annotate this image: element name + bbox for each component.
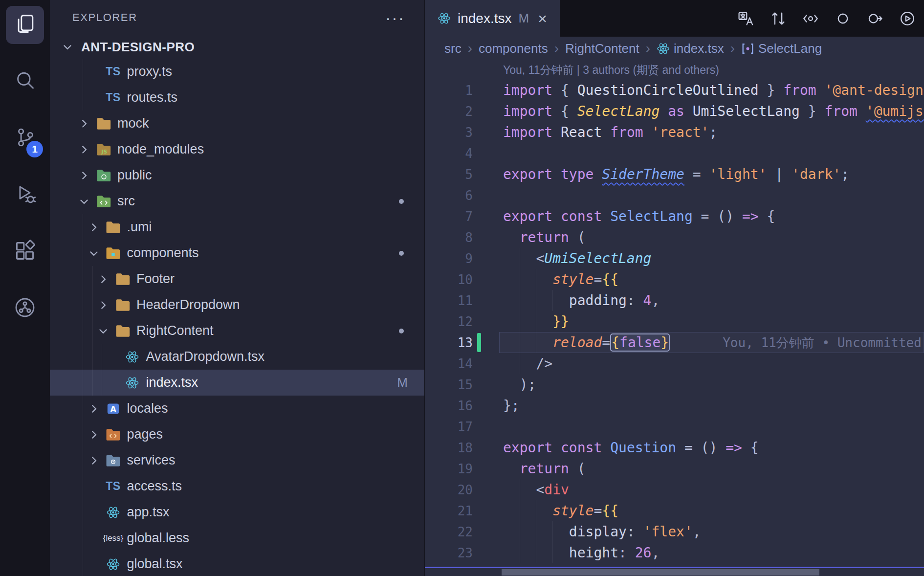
project-root-item[interactable]: ANT-DESIGN-PRO [50,35,424,59]
tree-item[interactable]: TSaccess.ts [50,473,424,499]
code-line[interactable]: 9 <UmiSelectLang [425,248,924,269]
tree-item[interactable]: .umi [50,214,424,240]
chevron-spacer [83,505,105,520]
chevron-spacer [102,350,124,364]
blame-codelens[interactable]: You, 11分钟前 | 3 authors (期贤 and others) [425,60,924,80]
code-line[interactable]: 8 return ( [425,227,924,248]
breadcrumb-separator: › [468,41,472,56]
code-line[interactable]: 16}; [425,395,924,416]
tree-item[interactable]: components [50,240,424,266]
run-debug-view-button[interactable] [6,176,44,214]
code-line[interactable]: 13 reload={false}You, 11分钟前 • Uncommitte… [425,332,924,353]
indent-guide [83,447,83,473]
chevron-down-icon[interactable] [92,324,114,338]
tree-item[interactable]: global.tsx [50,551,424,576]
line-number: 12 [425,311,503,332]
chevron-down-icon[interactable] [73,194,95,209]
compare-changes-icon[interactable] [770,10,787,27]
explorer-view-button[interactable] [6,6,44,44]
inline-blame: You, 11分钟前 • Uncommitted changes [723,335,924,350]
tree-item[interactable]: mock [50,111,424,136]
chevron-right-icon[interactable] [83,401,105,416]
horizontal-scrollbar[interactable] [502,569,819,576]
code-line[interactable]: 21 style={{ [425,500,924,521]
code-line[interactable]: 20 <div [425,479,924,500]
breadcrumb-item[interactable]: SelectLang [741,41,822,56]
code-line[interactable]: 2import { SelectLang as UmiSelectLang } … [425,101,924,122]
close-icon[interactable]: × [538,11,547,26]
circle-outline-icon[interactable] [834,10,852,27]
code-line[interactable]: 11 padding: 4, [425,290,924,311]
tree-item[interactable]: app.tsx [50,499,424,525]
indent-guide [520,500,520,521]
chevron-right-icon[interactable] [83,220,105,235]
folder-icon [114,323,132,339]
chevron-right-icon[interactable] [73,116,95,131]
code-line[interactable]: 14 /> [425,353,924,374]
chevron-right-icon[interactable] [92,272,114,287]
translate-icon[interactable] [737,10,755,27]
code-line[interactable]: 4 [425,143,924,164]
indent-guide [552,521,553,542]
line-number: 19 [425,459,503,480]
tree-item[interactable]: services [50,447,424,473]
circle-arrow-icon[interactable] [866,10,884,27]
extensions-view-button[interactable] [6,233,44,271]
modified-dot [399,199,404,204]
open-changes-icon[interactable] [802,10,819,27]
tree-item[interactable]: HeaderDropdown [50,292,424,318]
code-line[interactable]: 23 height: 26, [425,542,924,563]
code-line[interactable]: 18export const Question = () => { [425,437,924,458]
code-line[interactable]: 5export type SiderTheme = 'light' | 'dar… [425,164,924,185]
chevron-right-icon[interactable] [83,453,105,468]
tree-item[interactable]: index.tsxM [50,370,424,396]
breadcrumb-item[interactable]: src [444,41,462,56]
search-view-button[interactable] [6,63,44,101]
tree-item-label: src [117,194,135,209]
tab-index-tsx[interactable]: index.tsx M × [425,0,560,37]
tree-item[interactable]: pages [50,421,424,447]
folder-icon [95,167,112,184]
code-line[interactable]: 3import React from 'react'; [425,122,924,143]
tree-item[interactable]: TSproxy.ts [50,59,424,85]
more-actions-icon[interactable]: ··· [385,13,405,22]
tree-item[interactable]: {less}global.less [50,525,424,551]
breadcrumb-item[interactable]: components [479,41,548,56]
code-text: /> [503,355,552,372]
code-line[interactable]: 12 }} [425,311,924,332]
code-line[interactable]: 1import { QuestionCircleOutlined } from … [425,80,924,101]
tree-item[interactable]: Footer [50,266,424,292]
code-line[interactable]: 17 [425,416,924,437]
tree-item[interactable]: TSroutes.ts [50,85,424,111]
tree-item[interactable]: AvatarDropdown.tsx [50,344,424,370]
breadcrumb-item[interactable]: index.tsx [657,41,724,56]
line-number: 22 [425,522,503,543]
code-editor[interactable]: You, 11分钟前 | 3 authors (期贤 and others) 1… [425,60,924,576]
code-line[interactable]: 7export const SelectLang = () => { [425,206,924,227]
remote-explorer-view-button[interactable] [6,289,44,328]
chevron-right-icon[interactable] [83,427,105,442]
indent-guide [520,269,520,290]
chevron-right-icon[interactable] [73,168,95,183]
tree-item[interactable]: JSnode_modules [50,136,424,162]
line-number: 16 [425,396,503,417]
chevron-right-icon[interactable] [92,298,114,312]
code-line[interactable]: 15 ); [425,374,924,395]
run-circle-icon[interactable] [899,10,916,27]
breadcrumb-item[interactable]: RightContent [565,41,639,56]
tree-item[interactable]: src [50,188,424,214]
tree-item[interactable]: public [50,162,424,188]
code-line[interactable]: 19 return ( [425,458,924,479]
tree-item[interactable]: RightContent [50,318,424,344]
tree-item[interactable]: Alocales [50,396,424,421]
modified-dot [399,251,404,256]
tree-item-label: .umi [127,220,152,235]
code-line[interactable]: 6 [425,185,924,206]
activity-bar: 1 [0,0,50,576]
chevron-down-icon[interactable] [83,246,105,261]
indent-guide [83,551,83,576]
chevron-right-icon[interactable] [73,142,95,157]
source-control-view-button[interactable]: 1 [6,119,44,157]
code-line[interactable]: 22 display: 'flex', [425,521,924,542]
code-line[interactable]: 10 style={{ [425,269,924,290]
